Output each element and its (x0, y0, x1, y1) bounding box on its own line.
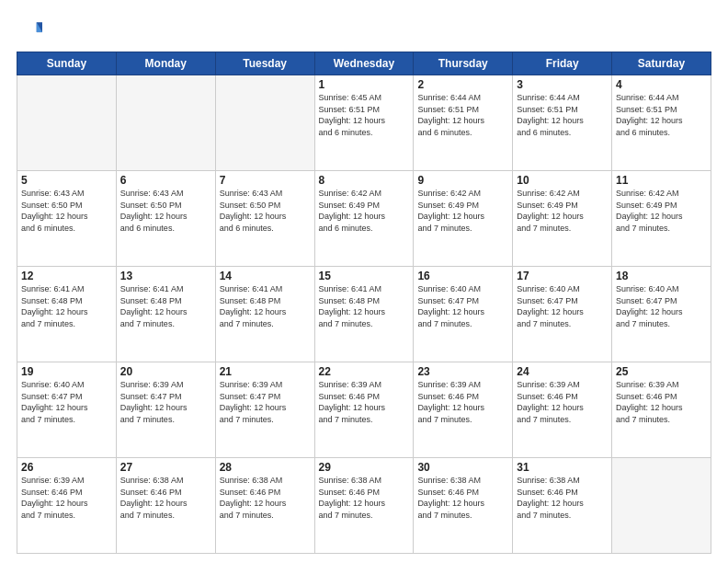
day-number: 29 (319, 461, 410, 474)
calendar-cell: 19Sunrise: 6:40 AM Sunset: 6:47 PM Dayli… (17, 362, 117, 458)
calendar-cell: 7Sunrise: 6:43 AM Sunset: 6:50 PM Daylig… (215, 171, 314, 267)
calendar-header-wednesday: Wednesday (314, 52, 414, 75)
day-info: Sunrise: 6:39 AM Sunset: 6:47 PM Dayligh… (120, 380, 188, 424)
day-number: 20 (120, 365, 211, 378)
day-number: 28 (220, 461, 311, 474)
calendar-cell: 15Sunrise: 6:41 AM Sunset: 6:48 PM Dayli… (314, 267, 414, 362)
calendar-cell: 25Sunrise: 6:39 AM Sunset: 6:46 PM Dayli… (612, 362, 711, 458)
calendar-cell: 1Sunrise: 6:45 AM Sunset: 6:51 PM Daylig… (314, 75, 414, 171)
day-number: 14 (220, 270, 311, 282)
calendar-header-friday: Friday (513, 52, 612, 75)
day-info: Sunrise: 6:45 AM Sunset: 6:51 PM Dayligh… (319, 93, 386, 137)
day-number: 13 (120, 270, 211, 282)
calendar-cell: 5Sunrise: 6:43 AM Sunset: 6:50 PM Daylig… (17, 171, 117, 267)
calendar-cell: 17Sunrise: 6:40 AM Sunset: 6:47 PM Dayli… (513, 267, 612, 362)
calendar-cell: 3Sunrise: 6:44 AM Sunset: 6:51 PM Daylig… (513, 75, 612, 171)
day-info: Sunrise: 6:39 AM Sunset: 6:46 PM Dayligh… (616, 380, 683, 424)
day-info: Sunrise: 6:42 AM Sunset: 6:49 PM Dayligh… (616, 189, 683, 233)
day-info: Sunrise: 6:41 AM Sunset: 6:48 PM Dayligh… (120, 284, 188, 328)
calendar-cell: 20Sunrise: 6:39 AM Sunset: 6:47 PM Dayli… (116, 362, 215, 458)
calendar-cell: 21Sunrise: 6:39 AM Sunset: 6:47 PM Dayli… (215, 362, 314, 458)
day-info: Sunrise: 6:41 AM Sunset: 6:48 PM Dayligh… (220, 284, 287, 328)
day-info: Sunrise: 6:40 AM Sunset: 6:47 PM Dayligh… (417, 284, 484, 328)
day-info: Sunrise: 6:41 AM Sunset: 6:48 PM Dayligh… (21, 284, 88, 328)
day-number: 1 (319, 78, 410, 91)
calendar-cell: 16Sunrise: 6:40 AM Sunset: 6:47 PM Dayli… (414, 267, 513, 362)
calendar-cell: 24Sunrise: 6:39 AM Sunset: 6:46 PM Dayli… (513, 362, 612, 458)
day-number: 30 (417, 461, 508, 474)
calendar-week-1: 1Sunrise: 6:45 AM Sunset: 6:51 PM Daylig… (17, 75, 711, 171)
day-info: Sunrise: 6:39 AM Sunset: 6:47 PM Dayligh… (220, 380, 287, 424)
day-number: 7 (220, 174, 311, 187)
day-info: Sunrise: 6:38 AM Sunset: 6:46 PM Dayligh… (517, 476, 584, 520)
day-number: 11 (616, 174, 707, 187)
calendar-cell: 2Sunrise: 6:44 AM Sunset: 6:51 PM Daylig… (414, 75, 513, 171)
calendar-header-row: SundayMondayTuesdayWednesdayThursdayFrid… (17, 52, 711, 75)
calendar-cell: 13Sunrise: 6:41 AM Sunset: 6:48 PM Dayli… (116, 267, 215, 362)
day-info: Sunrise: 6:43 AM Sunset: 6:50 PM Dayligh… (21, 189, 88, 233)
calendar-cell (17, 75, 117, 171)
day-number: 25 (616, 365, 707, 378)
day-info: Sunrise: 6:39 AM Sunset: 6:46 PM Dayligh… (417, 380, 484, 424)
day-info: Sunrise: 6:38 AM Sunset: 6:46 PM Dayligh… (120, 476, 188, 520)
calendar-cell: 18Sunrise: 6:40 AM Sunset: 6:47 PM Dayli… (612, 267, 711, 362)
day-number: 26 (21, 461, 112, 474)
calendar-cell (215, 75, 314, 171)
day-number: 17 (517, 270, 608, 282)
calendar-cell: 30Sunrise: 6:38 AM Sunset: 6:46 PM Dayli… (414, 458, 513, 554)
calendar-header-sunday: Sunday (17, 52, 117, 75)
calendar-cell: 10Sunrise: 6:42 AM Sunset: 6:49 PM Dayli… (513, 171, 612, 267)
day-number: 22 (319, 365, 410, 378)
page: SundayMondayTuesdayWednesdayThursdayFrid… (0, 0, 728, 563)
day-number: 18 (616, 270, 707, 282)
calendar-week-2: 5Sunrise: 6:43 AM Sunset: 6:50 PM Daylig… (17, 171, 711, 267)
calendar-cell: 9Sunrise: 6:42 AM Sunset: 6:49 PM Daylig… (414, 171, 513, 267)
day-info: Sunrise: 6:39 AM Sunset: 6:46 PM Dayligh… (517, 380, 584, 424)
day-info: Sunrise: 6:38 AM Sunset: 6:46 PM Dayligh… (319, 476, 386, 520)
calendar-cell: 22Sunrise: 6:39 AM Sunset: 6:46 PM Dayli… (314, 362, 414, 458)
calendar-cell (116, 75, 215, 171)
day-info: Sunrise: 6:44 AM Sunset: 6:51 PM Dayligh… (616, 93, 683, 137)
day-info: Sunrise: 6:38 AM Sunset: 6:46 PM Dayligh… (220, 476, 287, 520)
calendar-cell: 23Sunrise: 6:39 AM Sunset: 6:46 PM Dayli… (414, 362, 513, 458)
day-info: Sunrise: 6:40 AM Sunset: 6:47 PM Dayligh… (517, 284, 584, 328)
calendar-week-5: 26Sunrise: 6:39 AM Sunset: 6:46 PM Dayli… (17, 458, 711, 554)
day-info: Sunrise: 6:40 AM Sunset: 6:47 PM Dayligh… (21, 380, 88, 424)
day-number: 8 (319, 174, 410, 187)
calendar-cell (612, 458, 711, 554)
day-info: Sunrise: 6:38 AM Sunset: 6:46 PM Dayligh… (417, 476, 484, 520)
day-info: Sunrise: 6:39 AM Sunset: 6:46 PM Dayligh… (319, 380, 386, 424)
day-number: 2 (417, 78, 508, 91)
day-info: Sunrise: 6:43 AM Sunset: 6:50 PM Dayligh… (220, 189, 287, 233)
calendar-cell: 28Sunrise: 6:38 AM Sunset: 6:46 PM Dayli… (215, 458, 314, 554)
day-number: 23 (417, 365, 508, 378)
day-info: Sunrise: 6:40 AM Sunset: 6:47 PM Dayligh… (616, 284, 683, 328)
calendar-table: SundayMondayTuesdayWednesdayThursdayFrid… (17, 52, 711, 554)
day-info: Sunrise: 6:42 AM Sunset: 6:49 PM Dayligh… (319, 189, 386, 233)
day-number: 12 (21, 270, 112, 282)
calendar-header-monday: Monday (116, 52, 215, 75)
calendar-week-3: 12Sunrise: 6:41 AM Sunset: 6:48 PM Dayli… (17, 267, 711, 362)
day-info: Sunrise: 6:43 AM Sunset: 6:50 PM Dayligh… (120, 189, 188, 233)
calendar-cell: 31Sunrise: 6:38 AM Sunset: 6:46 PM Dayli… (513, 458, 612, 554)
calendar-cell: 12Sunrise: 6:41 AM Sunset: 6:48 PM Dayli… (17, 267, 117, 362)
calendar-cell: 27Sunrise: 6:38 AM Sunset: 6:46 PM Dayli… (116, 458, 215, 554)
day-number: 6 (120, 174, 211, 187)
day-number: 24 (517, 365, 608, 378)
calendar-header-saturday: Saturday (612, 52, 711, 75)
day-info: Sunrise: 6:39 AM Sunset: 6:46 PM Dayligh… (21, 476, 88, 520)
day-number: 19 (21, 365, 112, 378)
logo-icon (17, 17, 42, 42)
day-info: Sunrise: 6:42 AM Sunset: 6:49 PM Dayligh… (417, 189, 484, 233)
calendar-week-4: 19Sunrise: 6:40 AM Sunset: 6:47 PM Dayli… (17, 362, 711, 458)
day-number: 5 (21, 174, 112, 187)
calendar-cell: 8Sunrise: 6:42 AM Sunset: 6:49 PM Daylig… (314, 171, 414, 267)
day-info: Sunrise: 6:42 AM Sunset: 6:49 PM Dayligh… (517, 189, 584, 233)
day-number: 9 (417, 174, 508, 187)
logo (17, 17, 46, 42)
calendar-cell: 6Sunrise: 6:43 AM Sunset: 6:50 PM Daylig… (116, 171, 215, 267)
day-number: 31 (517, 461, 608, 474)
day-number: 3 (517, 78, 608, 91)
day-info: Sunrise: 6:44 AM Sunset: 6:51 PM Dayligh… (517, 93, 584, 137)
calendar-cell: 11Sunrise: 6:42 AM Sunset: 6:49 PM Dayli… (612, 171, 711, 267)
